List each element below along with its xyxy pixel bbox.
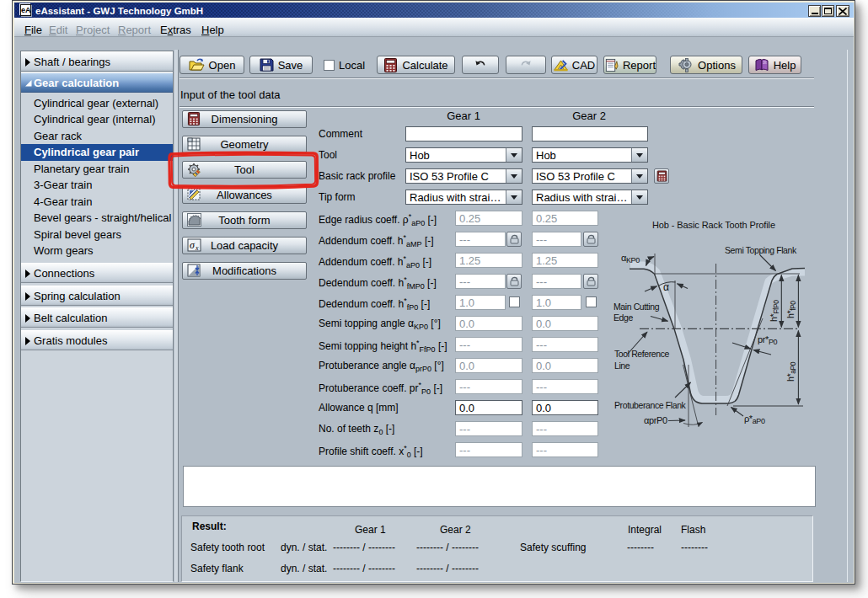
svg-text:ρ*aP0: ρ*aP0 xyxy=(744,414,765,425)
svg-text:h*FfP0: h*FfP0 xyxy=(769,300,780,322)
svg-text:α: α xyxy=(663,281,669,293)
svg-text:Hob - Basic Rack Tooth Profil: Hob - Basic Rack Tooth Profile xyxy=(652,220,775,230)
svg-text:Main Cutting: Main Cutting xyxy=(613,302,660,312)
svg-text:Protuberance Flank: Protuberance Flank xyxy=(614,400,687,410)
svg-text:Semi Topping Flank: Semi Topping Flank xyxy=(725,245,797,255)
svg-text:Line: Line xyxy=(614,360,630,371)
svg-text:Tool Reference: Tool Reference xyxy=(614,349,670,359)
svg-text:αKP0: αKP0 xyxy=(621,253,640,264)
svg-text:Edge: Edge xyxy=(613,312,633,323)
svg-text:pr*P0: pr*P0 xyxy=(758,334,777,346)
svg-text:h*fP0: h*fP0 xyxy=(785,301,797,318)
svg-text:h*aP0: h*aP0 xyxy=(785,361,797,382)
svg-text:αprP0: αprP0 xyxy=(644,415,667,425)
